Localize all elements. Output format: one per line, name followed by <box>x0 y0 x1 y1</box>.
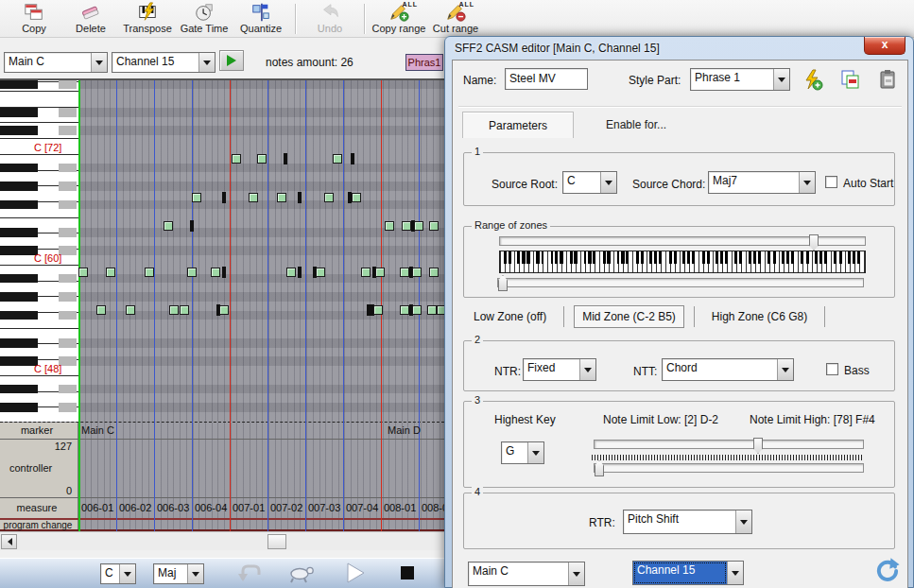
midi-note[interactable] <box>232 154 241 164</box>
midi-note[interactable] <box>333 154 342 164</box>
scrollbar-thumb[interactable] <box>267 534 286 549</box>
transport-loop-button[interactable] <box>233 562 265 586</box>
midi-note-bar[interactable] <box>222 192 226 203</box>
tab-low-zone[interactable]: Low Zone (off) <box>466 306 554 327</box>
midi-note[interactable] <box>402 221 411 231</box>
midi-note[interactable] <box>412 305 422 315</box>
scroll-left-button[interactable] <box>1 534 17 549</box>
midi-note[interactable] <box>414 221 423 231</box>
zone-high-slider-handle[interactable] <box>809 234 819 251</box>
midi-note[interactable] <box>78 268 88 277</box>
midi-note[interactable] <box>169 305 179 315</box>
rtr-select[interactable]: Pitch Shift <box>623 510 752 534</box>
zone-high-slider[interactable] <box>499 236 866 246</box>
zone-low-slider-handle[interactable] <box>498 275 508 291</box>
midi-note[interactable] <box>400 305 409 315</box>
horizontal-scrollbar[interactable] <box>0 531 444 550</box>
toolbar-delete-button[interactable]: Delete <box>62 2 119 36</box>
tab-parameters[interactable]: Parameters <box>462 112 574 138</box>
midi-note[interactable] <box>96 305 106 315</box>
play-channel-button[interactable] <box>219 50 244 71</box>
midi-note-bar[interactable] <box>298 192 302 203</box>
refresh-icon[interactable] <box>872 556 903 586</box>
midi-note[interactable] <box>412 268 422 277</box>
midi-note[interactable] <box>106 268 115 277</box>
chord-root-select[interactable]: C <box>100 563 136 584</box>
midi-note[interactable] <box>400 268 409 277</box>
paste-settings-icon[interactable] <box>876 68 899 91</box>
midi-note[interactable] <box>126 305 135 315</box>
midi-note[interactable] <box>286 268 296 277</box>
midi-note-bar[interactable] <box>190 220 194 232</box>
ntt-select[interactable]: Chord <box>662 358 794 381</box>
note-limit-high-handle[interactable] <box>753 438 763 454</box>
tab-enable-for[interactable]: Enable for... <box>606 118 666 131</box>
midi-note[interactable] <box>429 221 439 231</box>
toolbar-gate-time-button[interactable]: Gate Time <box>176 2 233 36</box>
chevron-down-icon[interactable] <box>773 69 789 90</box>
dialog-part-select[interactable]: Main C <box>468 562 585 586</box>
midi-note-bar[interactable] <box>351 153 354 164</box>
toolbar-copy-button[interactable]: Copy <box>6 2 62 36</box>
transport-slow-button[interactable] <box>285 562 318 586</box>
chevron-down-icon[interactable] <box>600 172 616 193</box>
chevron-down-icon[interactable] <box>727 562 743 584</box>
midi-note[interactable] <box>352 193 361 202</box>
chevron-down-icon[interactable] <box>579 359 595 380</box>
midi-note[interactable] <box>180 305 189 315</box>
chevron-down-icon[interactable] <box>527 442 543 463</box>
part-select[interactable]: Main C <box>4 52 108 73</box>
toolbar-undo-button[interactable]: Undo <box>302 2 358 36</box>
channel-select[interactable]: Channel 15 <box>112 52 216 73</box>
auto-start-checkbox[interactable] <box>825 176 837 188</box>
chevron-down-icon[interactable] <box>119 564 135 583</box>
toolbar-transpose-button[interactable]: Transpose <box>119 2 176 36</box>
midi-note[interactable] <box>249 193 258 202</box>
transport-stop-button[interactable] <box>391 562 423 586</box>
chevron-down-icon[interactable] <box>799 172 815 193</box>
note-limit-low-slider[interactable] <box>594 463 864 473</box>
apply-lightning-button[interactable] <box>801 68 823 91</box>
chevron-down-icon[interactable] <box>198 53 215 72</box>
ntr-select[interactable]: Fixed <box>523 358 596 381</box>
tab-mid-zone[interactable]: Mid Zone (C-2 B5) <box>574 305 684 328</box>
copy-settings-icon[interactable] <box>838 68 861 91</box>
midi-note[interactable] <box>219 305 229 315</box>
midi-note[interactable] <box>164 221 173 231</box>
piano-keyboard[interactable]: C [72]C [60]C [48] <box>0 80 78 422</box>
midi-note[interactable] <box>429 268 439 277</box>
close-button[interactable]: x <box>864 37 905 55</box>
note-limit-high-slider[interactable] <box>594 440 864 449</box>
midi-note[interactable] <box>257 154 267 164</box>
chevron-down-icon[interactable] <box>91 53 107 72</box>
bass-checkbox[interactable] <box>826 363 838 375</box>
chevron-down-icon[interactable] <box>777 359 793 380</box>
midi-note[interactable] <box>375 268 385 277</box>
controller-lane[interactable] <box>78 440 444 497</box>
midi-note[interactable] <box>277 193 286 202</box>
toolbar-cut-range-button[interactable]: ALLCut range <box>427 2 484 36</box>
midi-note-bar[interactable] <box>298 267 302 278</box>
chevron-down-icon[interactable] <box>187 564 203 583</box>
name-input[interactable]: Steel MV <box>505 68 588 90</box>
chevron-down-icon[interactable] <box>568 562 584 585</box>
midi-note[interactable] <box>211 268 220 277</box>
toolbar-copy-range-button[interactable]: ALLCopy range <box>371 2 427 36</box>
midi-note[interactable] <box>373 305 383 315</box>
highest-key-select[interactable]: G <box>501 441 544 464</box>
source-root-select[interactable]: C <box>562 171 617 194</box>
transport-play-button[interactable] <box>338 562 371 586</box>
toolbar-quantize-button[interactable]: Quantize <box>233 2 289 36</box>
note-limit-low-handle[interactable] <box>595 460 604 476</box>
midi-note[interactable] <box>187 268 197 277</box>
tab-high-zone[interactable]: High Zone (C6 G8) <box>704 306 815 327</box>
midi-note[interactable] <box>316 268 325 277</box>
midi-note-bar[interactable] <box>284 153 287 164</box>
midi-note[interactable] <box>192 193 201 202</box>
midi-note[interactable] <box>385 221 394 231</box>
midi-note[interactable] <box>324 193 334 202</box>
source-chord-select[interactable]: Maj7 <box>708 171 816 194</box>
chord-type-select[interactable]: Maj <box>153 563 204 584</box>
dialog-channel-select[interactable]: Channel 15 <box>632 561 744 585</box>
midi-note[interactable] <box>145 268 154 277</box>
